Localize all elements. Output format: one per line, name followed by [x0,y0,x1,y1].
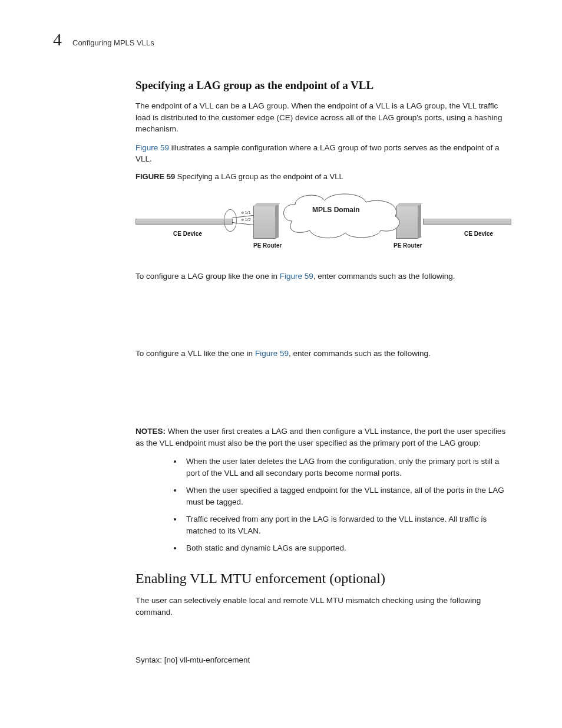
paragraph-text: , enter commands such as the following. [289,349,431,358]
mpls-domain-label: MPLS Domain [312,206,360,214]
paragraph-text: To configure a VLL like the one in [135,349,255,358]
list-item: Both static and dynamic LAGs are support… [183,542,515,554]
code-placeholder [135,289,515,348]
list-item: When the user specified a tagged endpoin… [183,485,515,508]
code-placeholder [135,625,515,654]
section-heading-mtu-enforcement: Enabling VLL MTU enforcement (optional) [135,571,515,587]
page: 4 Configuring MPLS VLLs Specifying a LAG… [0,0,562,709]
pe-router-label-left: PE Router [253,242,282,249]
paragraph-text: To configure a LAG group like the one in [135,272,280,281]
figure-number: FIGURE 59 [135,172,175,181]
pe-router-label-right: PE Router [394,242,422,249]
paragraph: To configure a LAG group like the one in… [135,271,515,282]
figure-title: Specifying a LAG group as the endpoint o… [175,172,343,181]
port-label-1: e 1/1 [242,210,251,215]
mpls-cloud [280,192,404,240]
figure-diagram: e 1/1 e 1/2 MPLS Domain CE Device CE Dev… [135,185,515,261]
notes-paragraph: NOTES: When the user first creates a LAG… [135,426,515,449]
section-heading-lag-endpoint: Specifying a LAG group as the endpoint o… [135,79,515,92]
running-title: Configuring MPLS VLLs [72,38,154,47]
ce-device-label-right: CE Device [464,230,493,237]
ce-link-left [135,219,233,225]
main-content: Specifying a LAG group as the endpoint o… [135,79,515,666]
paragraph-text: illustrates a sample configuration where… [135,143,500,164]
figure-reference-link[interactable]: Figure 59 [280,272,313,281]
notes-list: When the user later deletes the LAG from… [135,456,515,554]
list-item: Traffic received from any port in the LA… [183,513,515,536]
paragraph: The user can selectively enable local an… [135,595,515,618]
notes-intro-text: When the user first creates a LAG and th… [135,427,505,447]
list-item: When the user later deletes the LAG from… [183,456,515,479]
paragraph: Figure 59 illustrates a sample configura… [135,142,515,165]
port-label-2: e 1/2 [242,218,251,222]
syntax-line: Syntax: [no] vll-mtu-enforcement [135,654,515,666]
notes-label: NOTES: [135,427,166,436]
paragraph-text: , enter commands such as the following. [313,272,455,281]
page-header: 4 Configuring MPLS VLLs [53,29,527,50]
network-diagram: e 1/1 e 1/2 MPLS Domain CE Device CE Dev… [135,185,513,261]
ce-device-label-left: CE Device [173,230,202,237]
chapter-number: 4 [53,29,62,50]
ce-link-right [423,219,511,225]
lag-lines [232,213,253,230]
code-placeholder [135,367,515,426]
figure-reference-link[interactable]: Figure 59 [135,143,169,152]
figure-caption: FIGURE 59 Specifying a LAG group as the … [135,172,515,181]
figure-reference-link[interactable]: Figure 59 [255,349,289,358]
pe-router-left [253,206,276,239]
paragraph: To configure a VLL like the one in Figur… [135,348,515,360]
paragraph: The endpoint of a VLL can be a LAG group… [135,100,515,135]
